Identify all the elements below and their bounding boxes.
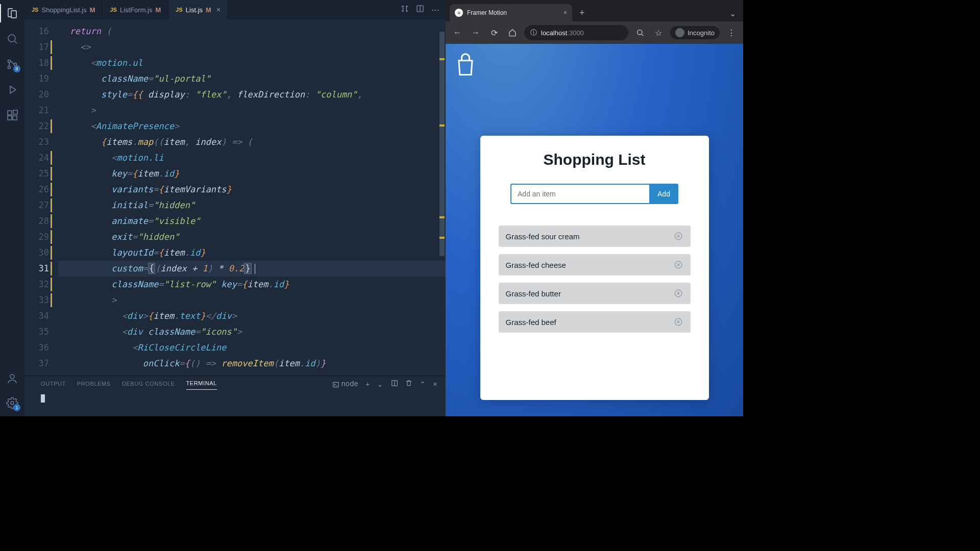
tab-listform[interactable]: JS ListForm.js M (103, 0, 168, 19)
settings-icon[interactable]: 1 (5, 396, 19, 410)
bookmark-icon[interactable]: ☆ (652, 26, 665, 39)
change-marker (439, 58, 445, 60)
change-marker (439, 124, 445, 127)
list-item[interactable]: Grass-fed beef (499, 311, 691, 333)
tab-shoppinglist[interactable]: JS ShoppingList.js M (24, 0, 103, 19)
new-terminal-icon[interactable]: + (365, 380, 370, 388)
svg-rect-6 (8, 116, 12, 120)
compare-icon[interactable] (401, 5, 409, 15)
svg-rect-8 (13, 110, 17, 114)
search-icon[interactable] (5, 32, 19, 46)
code-editor[interactable]: 1617181920212223242526272829303132333435… (24, 19, 446, 375)
account-icon[interactable] (5, 371, 19, 386)
browser-menu-icon[interactable]: ⋮ (725, 26, 738, 39)
delete-item-icon[interactable] (673, 260, 683, 270)
home-icon[interactable] (506, 26, 519, 39)
delete-item-icon[interactable] (673, 288, 683, 298)
scm-icon[interactable]: 8 (5, 57, 19, 71)
terminal-body[interactable] (24, 390, 446, 407)
reload-icon[interactable]: ⟳ (487, 26, 501, 39)
code-content[interactable]: return ( <> <motion.ul className="ul-por… (58, 19, 446, 375)
svg-point-0 (8, 35, 15, 42)
modified-indicator: M (156, 6, 161, 14)
shopping-card: Shopping List Add Grass-fed sour creamGr… (480, 136, 709, 400)
item-text: Grass-fed sour cream (506, 232, 580, 241)
svg-rect-5 (8, 111, 12, 115)
js-file-icon: JS (32, 7, 38, 13)
scrollbar[interactable] (438, 19, 446, 375)
add-button[interactable]: Add (649, 184, 678, 204)
tab-label: List.js (186, 6, 203, 14)
item-text: Grass-fed butter (506, 289, 561, 298)
maximize-panel-icon[interactable]: ⌃ (420, 380, 426, 388)
terminal-shell-picker[interactable]: node (332, 380, 359, 388)
forward-icon[interactable]: → (469, 26, 482, 39)
item-list: Grass-fed sour creamGrass-fed cheeseGras… (499, 226, 691, 333)
favicon: ⚛ (455, 9, 463, 17)
extensions-icon[interactable] (5, 108, 19, 122)
new-tab-icon[interactable]: + (575, 5, 589, 21)
split-terminal-icon[interactable] (391, 380, 398, 388)
svg-point-2 (8, 66, 11, 69)
debug-icon[interactable] (5, 83, 19, 97)
trash-icon[interactable] (405, 380, 412, 388)
line-gutter: 1617181920212223242526272829303132333435… (24, 19, 58, 375)
url-port: :3000 (567, 29, 584, 37)
vscode-window: 8 1 JS ShoppingList.js M JS (0, 0, 446, 416)
svg-point-1 (8, 60, 11, 63)
editor-area: JS ShoppingList.js M JS ListForm.js M JS… (24, 0, 446, 416)
editor-tabs: JS ShoppingList.js M JS ListForm.js M JS… (24, 0, 446, 19)
svg-point-14 (638, 30, 642, 35)
close-tab-icon[interactable]: × (564, 9, 567, 16)
js-file-icon: JS (110, 7, 116, 13)
modified-indicator: M (90, 6, 95, 14)
incognito-chip[interactable]: Incognito (670, 26, 720, 39)
browser-tabstrip: ⚛ Framer Motion × + ⌄ (446, 0, 743, 21)
split-icon[interactable] (416, 5, 424, 15)
add-item-input[interactable] (510, 184, 649, 204)
shopping-bag-icon (454, 52, 477, 81)
close-icon[interactable]: × (216, 6, 220, 14)
item-text: Grass-fed beef (506, 318, 556, 327)
list-item[interactable]: Grass-fed butter (499, 283, 691, 304)
change-marker (439, 216, 445, 218)
site-info-icon[interactable]: ⓘ (530, 28, 537, 37)
tab-label: ShoppingList.js (41, 6, 86, 14)
terminal-dropdown-icon[interactable]: ⌄ (377, 380, 384, 388)
modified-indicator: M (206, 6, 211, 14)
tab-label: ListForm.js (120, 6, 153, 14)
item-text: Grass-fed cheese (506, 261, 566, 269)
activity-bar: 8 1 (0, 0, 24, 416)
list-item[interactable]: Grass-fed cheese (499, 254, 691, 276)
more-icon[interactable]: ⋯ (431, 5, 439, 15)
search-page-icon[interactable] (633, 26, 647, 39)
svg-rect-7 (13, 116, 17, 120)
page-viewport: Shopping List Add Grass-fed sour creamGr… (446, 44, 743, 416)
delete-item-icon[interactable] (673, 317, 683, 327)
delete-item-icon[interactable] (673, 231, 683, 241)
browser-tab[interactable]: ⚛ Framer Motion × (450, 4, 572, 21)
panel-tab-debug[interactable]: DEBUG CONSOLE (122, 381, 175, 390)
tab-dropdown-icon[interactable]: ⌄ (726, 6, 739, 21)
url-bar[interactable]: ⓘ localhost:3000 (524, 25, 628, 40)
explorer-icon[interactable] (5, 6, 19, 20)
panel-tab-output[interactable]: OUTPUT (41, 381, 66, 390)
panel-tab-problems[interactable]: PROBLEMS (77, 381, 111, 390)
incognito-icon (675, 28, 684, 37)
panel-tab-terminal[interactable]: TERMINAL (186, 380, 217, 390)
scm-badge: 8 (13, 65, 20, 72)
tab-listm-list[interactable]: JS List.js M × (168, 0, 228, 19)
panel-tabs: OUTPUT PROBLEMS DEBUG CONSOLE TERMINAL n… (24, 376, 446, 390)
svg-point-10 (11, 402, 14, 405)
close-panel-icon[interactable]: × (433, 380, 437, 388)
browser-tab-title: Framer Motion (467, 9, 507, 16)
browser-window: ⚛ Framer Motion × + ⌄ ← → ⟳ ⓘ localhost:… (446, 0, 743, 416)
incognito-label: Incognito (688, 29, 715, 37)
list-item[interactable]: Grass-fed sour cream (499, 226, 691, 247)
back-icon[interactable]: ← (451, 26, 464, 39)
scrollbar-thumb[interactable] (439, 32, 445, 256)
browser-toolbar: ← → ⟳ ⓘ localhost:3000 ☆ Incognito ⋮ (446, 21, 743, 44)
js-file-icon: JS (176, 7, 182, 13)
settings-badge: 1 (13, 404, 20, 411)
bottom-panel: OUTPUT PROBLEMS DEBUG CONSOLE TERMINAL n… (24, 375, 446, 416)
